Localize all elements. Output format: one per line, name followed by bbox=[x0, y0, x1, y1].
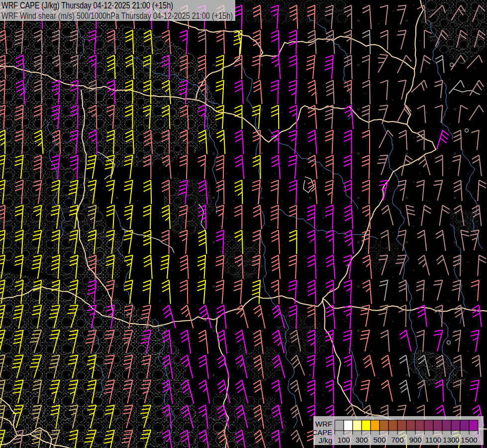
legend-tick-label: 900 bbox=[409, 436, 421, 444]
title-line-cape: WRF CAPE (J/kg) Thursday 04-12-2025 21:0… bbox=[1, 0, 173, 10]
legend-tick-label: 1100 bbox=[425, 436, 441, 444]
legend-swatches bbox=[335, 420, 478, 431]
legend-tick-label: 500 bbox=[373, 436, 386, 444]
title-bar: WRF CAPE (J/kg) Thursday 04-12-2025 21:0… bbox=[0, 0, 235, 21]
legend-swatch bbox=[442, 420, 451, 431]
title-line-shear: WRF Wind shear (m/s) 500/1000hPa Thursda… bbox=[1, 11, 233, 21]
legend-swatch bbox=[451, 420, 460, 431]
legend-swatch bbox=[362, 420, 371, 431]
legend-swatch bbox=[397, 420, 406, 431]
legend-swatch bbox=[415, 420, 424, 431]
legend-title-cape: CAPE bbox=[312, 428, 332, 437]
legend-swatch bbox=[371, 420, 380, 431]
legend-tick-label: 1300 bbox=[443, 436, 459, 444]
legend-swatch bbox=[460, 420, 469, 431]
legend-tick-label: 1500 bbox=[461, 436, 477, 444]
legend-swatch bbox=[344, 420, 353, 431]
legend-swatch bbox=[380, 420, 389, 431]
legend-swatch bbox=[353, 420, 362, 431]
legend-swatch bbox=[424, 420, 433, 431]
legend-tick-label: 300 bbox=[355, 436, 368, 444]
weather-map-screenshot: WRF CAPE (J/kg) Thursday 04-12-2025 21:0… bbox=[0, 0, 487, 448]
legend-swatch bbox=[433, 420, 442, 431]
legend-title-unit: J/kg bbox=[318, 436, 332, 445]
legend-swatch bbox=[469, 420, 478, 431]
legend-swatch bbox=[406, 420, 415, 431]
legend-tick-label: 700 bbox=[391, 436, 403, 444]
legend-title-wrf: WRF bbox=[315, 420, 332, 428]
map-canvas: WRF CAPE (J/kg) Thursday 04-12-2025 21:0… bbox=[0, 0, 487, 448]
legend-tick-label: 100 bbox=[337, 436, 350, 444]
cape-legend: WRF CAPE J/kg 100 300 500 700 900 1100 1… bbox=[312, 416, 484, 445]
legend-swatch bbox=[389, 420, 397, 431]
